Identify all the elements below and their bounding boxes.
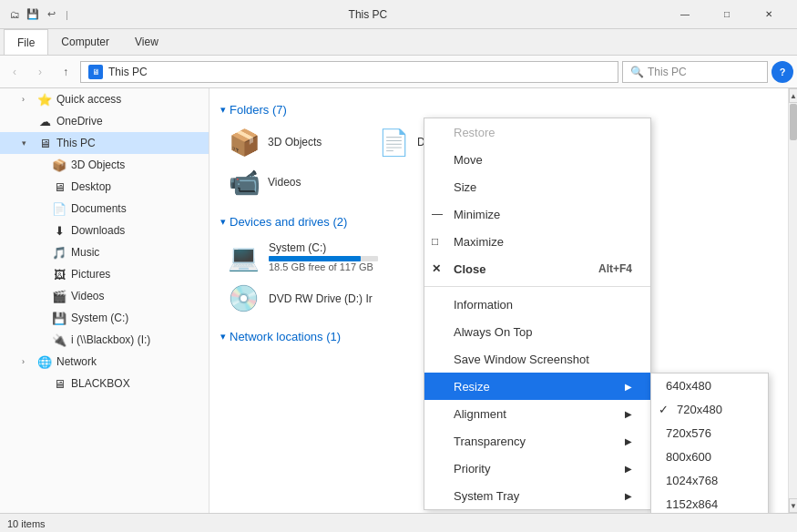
cm-minimize-label: Minimize (454, 208, 500, 221)
forward-button[interactable]: › (29, 61, 51, 83)
scrollbar-down-button[interactable]: ▼ (789, 498, 797, 513)
separator: | (66, 9, 68, 20)
address-path: This PC (108, 66, 148, 78)
ribbon-tabs: File Computer View (0, 29, 797, 55)
sidebar-item-label: System (C:) (71, 312, 128, 324)
arrow-icon: ▶ (625, 464, 632, 474)
minimize-button[interactable]: — (664, 0, 706, 29)
folder-icon: 📦 (229, 128, 261, 158)
close-button[interactable]: ✕ (748, 0, 790, 29)
cm-move[interactable]: Move (424, 146, 650, 173)
cm-alignment[interactable]: Alignment ▶ (424, 400, 650, 427)
folders-section-header[interactable]: Folders (7) (220, 103, 786, 117)
window-title: This PC (72, 8, 664, 21)
sidebar-item-label: Pictures (71, 268, 110, 281)
cm-close[interactable]: ✕ Close Alt+F4 (424, 255, 650, 282)
folder-item[interactable]: 📦 3D Objects (220, 124, 366, 160)
sidebar-scroll: › ⭐ Quick access ☁ OneDrive ▾ 🖥 This PC … (0, 88, 209, 513)
sm-720x576-label: 720x576 (666, 426, 711, 440)
cm-minimize[interactable]: — Minimize (424, 200, 650, 228)
tab-view[interactable]: View (122, 29, 171, 55)
sidebar-item-quick-access[interactable]: › ⭐ Quick access (0, 88, 209, 110)
scrollbar-thumb[interactable] (790, 104, 797, 140)
cm-save-screenshot[interactable]: Save Window Screenshot (424, 345, 650, 373)
back-button[interactable]: ‹ (4, 61, 26, 83)
cm-size[interactable]: Size (424, 173, 650, 200)
sm-720x576[interactable]: 720x576 (651, 421, 768, 445)
sm-800x600[interactable]: 800x600 (651, 445, 768, 468)
cm-information[interactable]: Information (424, 291, 650, 318)
sidebar-item-network[interactable]: › 🌐 Network (0, 351, 209, 373)
videos-icon: 🎬 (51, 288, 67, 304)
drive-icon-d: 💿 (228, 283, 260, 313)
cm-maximize[interactable]: □ Maximize (424, 228, 650, 255)
sidebar-item-this-pc[interactable]: ▾ 🖥 This PC (0, 132, 209, 154)
cm-alignment-label: Alignment (454, 407, 506, 421)
maximize-button[interactable]: □ (706, 0, 748, 29)
sidebar-item-pictures[interactable]: 🖼 Pictures (0, 263, 209, 285)
window-controls: — □ ✕ (664, 0, 790, 29)
cm-transparency-label: Transparency (454, 435, 526, 448)
search-field[interactable]: 🔍 This PC (622, 61, 768, 83)
scrollbar-up-button[interactable]: ▲ (789, 88, 797, 103)
expand-icon: ▾ (22, 138, 36, 148)
sm-1152x864-label: 1152x864 (666, 497, 718, 511)
cm-resize-label: Resize (454, 380, 490, 394)
cm-resize[interactable]: Resize ▶ 640x480 ✓ 720x480 720x576 80 (424, 373, 650, 400)
sm-720x480[interactable]: ✓ 720x480 (651, 397, 768, 421)
folder-item[interactable]: 📹 Videos (220, 164, 366, 200)
address-field[interactable]: 🖥 This PC (80, 61, 618, 83)
address-bar: ‹ › ↑ 🖥 This PC 🔍 This PC ? (0, 56, 797, 88)
arrow-icon: ▶ (625, 491, 632, 501)
checkmark-icon: ✓ (659, 403, 669, 416)
sm-640x480[interactable]: 640x480 (651, 373, 768, 397)
folder-name: Videos (268, 176, 301, 189)
sidebar-item-label: i (\\Blackbox) (I:) (71, 333, 150, 346)
minimize-icon: — (432, 208, 443, 220)
sidebar-item-3d-objects[interactable]: 📦 3D Objects (0, 154, 209, 176)
folder-icon: 📹 (229, 168, 261, 198)
tab-file[interactable]: File (4, 29, 48, 55)
cm-priority[interactable]: Priority ▶ (424, 455, 650, 482)
sidebar-item-label: This PC (56, 137, 96, 149)
cm-always-on-top[interactable]: Always On Top (424, 318, 650, 345)
up-button[interactable]: ↑ (55, 61, 77, 83)
sm-720x480-label: 720x480 (677, 403, 722, 416)
cm-move-label: Move (454, 153, 483, 167)
sm-1024x768[interactable]: 1024x768 (651, 468, 768, 492)
desktop-icon: 🖥 (51, 179, 67, 195)
sidebar-item-system-c[interactable]: 💾 System (C:) (0, 307, 209, 329)
blackbox-icon: 🖥 (51, 375, 67, 392)
search-icon: 🔍 (630, 66, 644, 78)
right-scrollbar[interactable]: ▲ ▼ (788, 88, 797, 513)
cm-restore[interactable]: Restore (424, 118, 650, 146)
sm-1152x864[interactable]: 1152x864 (651, 492, 768, 513)
cm-information-label: Information (454, 298, 513, 312)
cm-transparency[interactable]: Transparency ▶ (424, 427, 650, 455)
cm-system-tray[interactable]: System Tray ▶ (424, 482, 650, 509)
folder-icon: 📄 (378, 128, 410, 158)
sidebar-item-label: OneDrive (56, 115, 103, 128)
sidebar-item-documents[interactable]: 📄 Documents (0, 198, 209, 220)
undo-icon[interactable]: ↩ (44, 7, 58, 22)
cm-always-on-top-label: Always On Top (454, 325, 532, 339)
save-icon[interactable]: 💾 (26, 7, 40, 22)
cm-system-tray-label: System Tray (454, 489, 519, 503)
sidebar-item-blackbox[interactable]: 🖥 BLACKBOX (0, 373, 209, 394)
sidebar-item-music[interactable]: 🎵 Music (0, 241, 209, 263)
cm-priority-label: Priority (454, 462, 490, 476)
help-button[interactable]: ? (771, 61, 793, 83)
network-icon: 🌐 (36, 353, 53, 370)
tab-computer[interactable]: Computer (48, 29, 122, 55)
sidebar-item-blackbox-drive[interactable]: 🔌 i (\\Blackbox) (I:) (0, 329, 209, 351)
submenu-resize: 640x480 ✓ 720x480 720x576 800x600 1024x7… (650, 373, 769, 513)
expand-icon: › (22, 95, 36, 104)
context-menu: Restore Move Size — Minimize □ Maximize (424, 118, 651, 510)
documents-icon: 📄 (51, 200, 67, 217)
3d-objects-icon: 📦 (51, 157, 67, 173)
sidebar-item-downloads[interactable]: ⬇ Downloads (0, 220, 209, 241)
sidebar-item-onedrive[interactable]: ☁ OneDrive (0, 110, 209, 132)
sidebar-item-label: BLACKBOX (71, 377, 130, 390)
sidebar-item-desktop[interactable]: 🖥 Desktop (0, 176, 209, 198)
sidebar-item-videos[interactable]: 🎬 Videos (0, 285, 209, 307)
